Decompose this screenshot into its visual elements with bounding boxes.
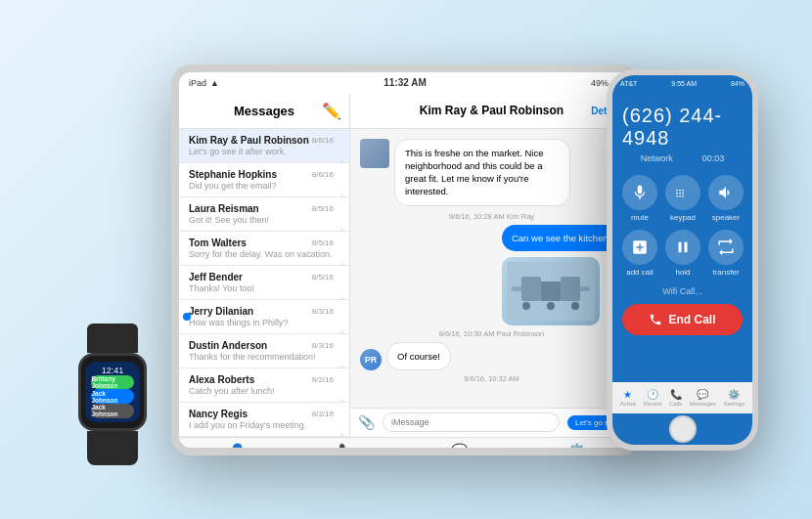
mute-icon [622,175,657,210]
list-item[interactable]: Laura Reisman 8/5/16 Got it! See you the… [179,197,349,232]
list-item[interactable]: Nancy Regis 8/2/16 I add you on Friday's… [179,403,349,437]
ipad-status-time: 11:32 AM [383,77,427,88]
iphone-settings-icon: ⚙️ [728,389,740,400]
keypad-label: keypad [670,213,696,222]
list-item[interactable]: Dustin Anderson 8/3/16 Thanks for the re… [179,334,349,368]
ipad-signal: ▲ [210,78,219,88]
message-item-preview: Thanks! You too! [189,283,334,293]
attachment-icon[interactable]: 📎 [358,414,375,430]
svg-point-6 [547,302,555,310]
watch-body: 12:41 Brittany Johnson Jack Johnson Jack… [78,353,147,431]
iphone-calls-label: Calls [669,401,682,407]
transfer-button[interactable]: transfer [708,230,744,277]
message-item-preview: Let's go see it after work. [189,147,334,156]
iphone-messages-icon: 💬 [697,389,708,400]
chat-timestamp: 8/6/16, 10:28 AM Kim Ray [360,212,623,221]
compose-icon[interactable]: ✏️ [322,102,341,120]
list-item[interactable]: Stephanie Hopkins 8/6/16 Did you get the… [179,163,349,197]
iphone-bottom-section: ★ Active 🕐 Recent 📞 Calls 💬 Messages ⚙️ [612,382,752,445]
chat-bubble-incoming: This is freshe on the market. Nice neigh… [394,139,570,206]
call-info: Network 00:03 [641,151,725,163]
mute-label: mute [631,213,649,222]
message-item-preview: How was things in Philly? [189,318,334,327]
hold-button[interactable]: hold [665,230,700,277]
iphone-content: (626) 244-4948 Network 00:03 mute keypad [612,93,752,382]
watch-contact-btn-2[interactable]: Jack Johnson [91,404,133,418]
message-item-name: Stephanie Hopkins [189,169,277,180]
speaker-icon [708,175,744,210]
chat-row-outgoing: Can we see the kitchen? [360,225,623,325]
message-item-date: 8/3/16 [312,307,334,316]
iphone-home-button[interactable] [669,415,697,443]
watch-contact-btn-1[interactable]: Jack Johnson [91,389,133,404]
message-item-preview: Sorry for the delay. Was on vacation. [189,249,334,259]
watch-time: 12:41 [102,366,124,375]
mute-button[interactable]: mute [622,175,657,222]
add-call-label: add call [626,268,654,277]
avatar: PR [360,349,382,370]
iphone-tab-active[interactable]: ★ Active [620,389,636,407]
watch-screen: 12:41 Brittany Johnson Jack Johnson Jack… [85,362,140,422]
keypad-icon [665,175,700,210]
chevron-right-icon: › [340,430,343,441]
watch-band-bottom [87,431,138,465]
message-item-date: 8/6/16 [312,136,334,145]
tab-settings[interactable]: ⚙️ Settings [564,443,588,455]
list-item[interactable]: Tom Walters 8/5/16 Sorry for the delay. … [179,232,349,266]
phone-number-display: (626) 244-4948 [622,105,743,150]
message-item-preview: Did you get the email? [189,181,334,191]
message-item-date: 8/6/16 [312,170,334,179]
active-label: Active [620,401,636,407]
chat-title: Kim Ray & Paul Robinson [420,104,564,117]
list-item[interactable]: Jeff Bender 8/5/16 Thanks! You too! › [179,266,349,300]
messages-icon: 💬 [451,443,468,455]
list-item[interactable]: Kim Ray & Paul Robinson 8/6/16 Let's go … [179,129,349,163]
speaker-button[interactable]: speaker [708,175,744,222]
message-item-name: Kim Ray & Paul Robinson [189,135,309,146]
iphone-tab-calls[interactable]: 📞 Calls [669,389,682,407]
end-call-text: End Call [668,313,715,326]
add-call-button[interactable]: add call [622,230,657,277]
message-item-date: 8/5/16 [312,204,334,213]
hold-icon [665,230,700,265]
contacts-icon: 👤 [229,443,246,455]
chat-bubble-incoming-2: Of course! [386,342,451,370]
message-item-date: 8/2/16 [312,410,334,418]
ipad-status-left: iPad ▲ [189,78,219,88]
watch-contact-btn-0[interactable]: Brittany Johnson [91,375,133,390]
network-label: Network [641,153,673,163]
message-item-preview: Thanks for the recommendation! [189,352,334,362]
tab-calls[interactable]: 📞 Calls [338,443,355,455]
tab-messages[interactable]: 💬 Messages [444,443,475,455]
svg-rect-4 [541,281,561,301]
call-duration: 00:03 [702,153,725,163]
message-item-preview: I add you on Friday's meeting. [189,420,334,430]
tab-contacts[interactable]: 👤 Contacts [223,443,250,455]
messages-title: Messages [234,104,294,118]
iphone-tab-recent[interactable]: 🕐 Recent [644,389,662,407]
ipad: iPad ▲ 11:32 AM 49% 🔋 Messages ✏️ Kim [171,65,641,455]
list-item[interactable]: Alexa Roberts 8/2/16 Catch you after lun… [179,368,349,403]
iphone-tab-messages[interactable]: 💬 Messages [690,389,716,407]
iphone-messages-label: Messages [690,401,716,407]
keypad-button[interactable]: keypad [665,175,700,222]
chat-input[interactable] [383,412,560,432]
active-icon: ★ [623,389,632,400]
chat-header: Kim Ray & Paul Robinson Details [350,94,633,129]
end-call-button[interactable]: End Call [622,304,743,335]
list-item[interactable]: Jerry Dilanian 8/3/16 How was things in … [179,300,349,334]
chat-panel: Kim Ray & Paul Robinson Details This is … [350,94,633,437]
calls-icon: 📞 [338,443,355,455]
message-item-date: 8/3/16 [312,341,334,350]
chat-timestamp: 8/6/16, 10:32 AM [360,374,623,383]
messages-list: Messages ✏️ Kim Ray & Paul Robinson 8/6/… [179,94,350,437]
end-call-icon [649,313,662,326]
iphone-status-bar: AT&T 9:55 AM 84% [612,75,752,93]
chat-timestamp: 8/6/16, 10:30 AM Paul Robinson [360,329,623,338]
speaker-label: speaker [712,213,740,222]
message-item-name: Tom Walters [189,238,247,248]
apple-watch: 12:41 Brittany Johnson Jack Johnson Jack… [59,324,166,470]
iphone-tab-settings[interactable]: ⚙️ Settings [724,389,745,407]
chat-row-incoming: PR Of course! [360,342,623,370]
watch-band-top [87,324,138,353]
